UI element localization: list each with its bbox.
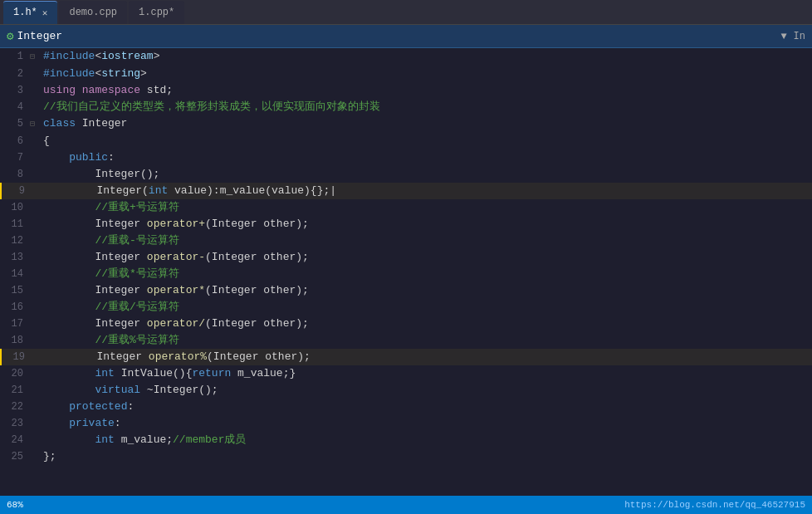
line-number: 5 bbox=[0, 115, 30, 132]
watermark: https://blog.csdn.net/qq_46527915 bbox=[624, 500, 805, 510]
line-number: 25 bbox=[0, 448, 30, 465]
token-kw2: using namespace bbox=[43, 84, 140, 96]
code-line-9[interactable]: 9 Integer(int value):m_value(value){};| bbox=[0, 183, 812, 199]
token-plain: > bbox=[154, 50, 160, 62]
code-content: }; bbox=[40, 448, 56, 465]
token-plain: Integer bbox=[76, 117, 127, 130]
token-fn: operator- bbox=[147, 251, 205, 263]
code-content: int m_value;//member成员 bbox=[40, 432, 246, 448]
line-number: 15 bbox=[0, 282, 30, 299]
code-content: using namespace std; bbox=[40, 82, 173, 99]
token-inc: string bbox=[101, 67, 140, 80]
code-content: protected: bbox=[40, 399, 134, 415]
token-plain: (Integer other); bbox=[205, 284, 309, 296]
code-line-12[interactable]: 12 //重载-号运算符 bbox=[0, 233, 812, 249]
token-fn: operator* bbox=[147, 284, 205, 296]
code-line-13[interactable]: 13 Integer operator-(Integer other); bbox=[0, 249, 812, 266]
token-plain: m_value;} bbox=[231, 367, 296, 379]
token-plain bbox=[43, 433, 95, 446]
tab-1cpp[interactable]: 1.cpp* bbox=[129, 1, 184, 24]
code-line-22[interactable]: 22 protected: bbox=[0, 399, 812, 415]
line-number: 23 bbox=[0, 415, 30, 432]
code-line-4[interactable]: 4//我们自己定义的类型类，将整形封装成类，以便实现面向对象的封装 bbox=[0, 99, 812, 115]
line-number: 16 bbox=[0, 299, 30, 316]
code-line-21[interactable]: 21 virtual ~Integer(); bbox=[0, 382, 812, 399]
line-number: 14 bbox=[0, 266, 30, 282]
line-number: 10 bbox=[0, 199, 30, 216]
token-plain: : bbox=[115, 417, 121, 429]
tab-demo-label: demo.cpp bbox=[69, 7, 117, 18]
token-plain bbox=[43, 384, 95, 396]
line-number: 6 bbox=[0, 133, 30, 149]
token-comment: //重载-号运算符 bbox=[95, 234, 179, 247]
token-plain bbox=[43, 334, 95, 346]
status-bar: 68% https://blog.csdn.net/qq_46527915 bbox=[0, 496, 812, 514]
code-line-23[interactable]: 23 private: bbox=[0, 415, 812, 432]
token-plain bbox=[43, 400, 69, 413]
tab-1h[interactable]: 1.h* ✕ bbox=[3, 1, 57, 24]
code-line-19[interactable]: 19 Integer operator%(Integer other); bbox=[0, 349, 812, 365]
code-line-14[interactable]: 14 //重载*号运算符 bbox=[0, 266, 812, 282]
code-content: Integer operator*(Integer other); bbox=[40, 282, 309, 299]
code-content: //我们自己定义的类型类，将整形封装成类，以便实现面向对象的封装 bbox=[40, 99, 380, 115]
code-content: //重载/号运算符 bbox=[40, 299, 179, 316]
token-plain: | bbox=[330, 184, 336, 197]
tab-1h-close[interactable]: ✕ bbox=[42, 7, 48, 18]
line-number: 3 bbox=[0, 82, 30, 99]
code-content: virtual ~Integer(); bbox=[40, 382, 218, 399]
line-number: 18 bbox=[0, 332, 30, 349]
token-comment: //重载*号运算符 bbox=[95, 267, 179, 280]
symbol-bar: ⚙ Integer ▼ In bbox=[0, 25, 812, 48]
token-kw: int bbox=[95, 433, 114, 446]
token-plain bbox=[43, 267, 95, 280]
token-kw: virtual bbox=[95, 384, 140, 396]
token-kw: #include bbox=[43, 67, 95, 80]
token-plain bbox=[43, 367, 95, 379]
code-line-16[interactable]: 16 //重载/号运算符 bbox=[0, 299, 812, 316]
code-line-3[interactable]: 3using namespace std; bbox=[0, 82, 812, 99]
tab-demo[interactable]: demo.cpp bbox=[59, 1, 127, 24]
code-line-5[interactable]: 5⊟class Integer bbox=[0, 115, 812, 133]
code-line-15[interactable]: 15 Integer operator*(Integer other); bbox=[0, 282, 812, 299]
code-line-1[interactable]: 1⊟#include<iostream> bbox=[0, 48, 812, 66]
code-line-6[interactable]: 6{ bbox=[0, 133, 812, 149]
line-number: 13 bbox=[0, 249, 30, 266]
token-kw: return bbox=[192, 367, 231, 379]
token-comment: //member成员 bbox=[173, 433, 246, 446]
code-content: //重载%号运算符 bbox=[40, 332, 179, 349]
line-number: 19 bbox=[2, 349, 32, 365]
token-plain: (Integer other); bbox=[207, 350, 311, 363]
token-plain: : bbox=[127, 400, 134, 413]
code-content: //重载-号运算符 bbox=[40, 233, 179, 249]
token-fn: operator/ bbox=[147, 317, 205, 330]
code-content: Integer(int value):m_value(value){};| bbox=[42, 183, 336, 199]
code-line-11[interactable]: 11 Integer operator+(Integer other); bbox=[0, 216, 812, 233]
symbol-dropdown-arrow[interactable]: ▼ bbox=[780, 31, 786, 42]
token-plain: (Integer other); bbox=[205, 317, 309, 330]
token-kw: protected bbox=[69, 400, 127, 413]
fold-indicator[interactable]: ⊟ bbox=[30, 116, 40, 133]
code-line-10[interactable]: 10 //重载+号运算符 bbox=[0, 199, 812, 216]
code-line-17[interactable]: 17 Integer operator/(Integer other); bbox=[0, 316, 812, 332]
token-plain: (Integer other); bbox=[205, 218, 309, 230]
code-content: private: bbox=[40, 415, 121, 432]
code-line-24[interactable]: 24 int m_value;//member成员 bbox=[0, 432, 812, 448]
token-fn: operator+ bbox=[147, 218, 205, 230]
line-number: 7 bbox=[0, 149, 30, 166]
code-editor[interactable]: 1⊟#include<iostream>2#include<string>3us… bbox=[0, 48, 812, 496]
code-line-7[interactable]: 7 public: bbox=[0, 149, 812, 166]
code-content: //重载*号运算符 bbox=[40, 266, 179, 282]
token-plain bbox=[43, 151, 69, 164]
line-number: 22 bbox=[0, 399, 30, 415]
fold-indicator[interactable]: ⊟ bbox=[30, 49, 40, 66]
code-line-8[interactable]: 8 Integer(); bbox=[0, 166, 812, 183]
code-line-20[interactable]: 20 int IntValue(){return m_value;} bbox=[0, 365, 812, 382]
code-line-18[interactable]: 18 //重载%号运算符 bbox=[0, 332, 812, 349]
token-comment: //我们自己定义的类型类，将整形封装成类，以便实现面向对象的封装 bbox=[43, 100, 380, 113]
code-line-2[interactable]: 2#include<string> bbox=[0, 66, 812, 82]
code-content: Integer operator/(Integer other); bbox=[40, 316, 309, 332]
token-plain: Integer bbox=[43, 251, 147, 263]
symbol-icon: ⚙ bbox=[7, 29, 13, 43]
code-line-25[interactable]: 25}; bbox=[0, 448, 812, 465]
line-number: 4 bbox=[0, 99, 30, 115]
